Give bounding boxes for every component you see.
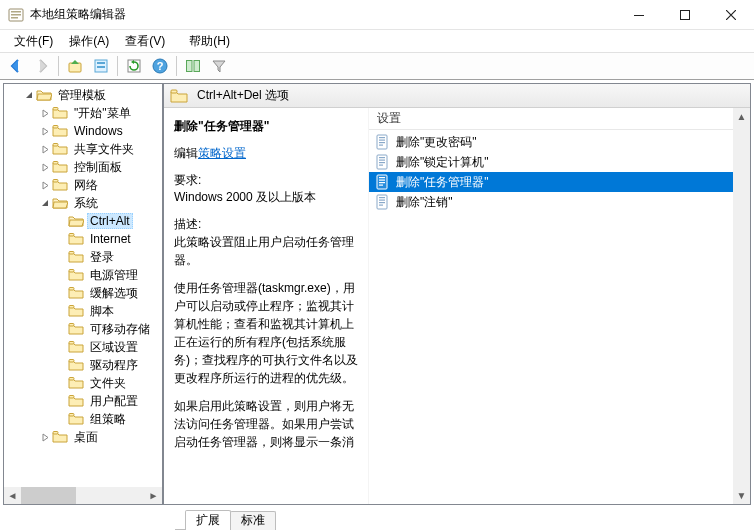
svg-rect-16 xyxy=(53,126,58,129)
settings-list: 设置 删除"更改密码"删除"锁定计算机"删除"任务管理器"删除"注销" xyxy=(369,108,733,504)
tree-node[interactable]: 控制面板 xyxy=(4,158,162,176)
svg-rect-44 xyxy=(379,177,385,178)
path-header: Ctrl+Alt+Del 选项 xyxy=(164,84,750,108)
up-button[interactable] xyxy=(63,54,87,78)
filter-button[interactable] xyxy=(207,54,231,78)
edit-prefix: 编辑 xyxy=(174,146,198,160)
scroll-left-icon[interactable]: ◄ xyxy=(4,487,21,504)
description-label: 描述: xyxy=(174,216,358,233)
folder-icon xyxy=(68,358,84,372)
maximize-button[interactable] xyxy=(662,0,708,30)
requirements-value: Windows 2000 及以上版本 xyxy=(174,189,358,206)
settings-row-label: 删除"任务管理器" xyxy=(396,174,489,191)
svg-rect-24 xyxy=(69,306,74,309)
tab-extended[interactable]: 扩展 xyxy=(185,510,231,530)
tree-node-label: 可移动存储 xyxy=(87,320,153,339)
chevron-right-icon[interactable] xyxy=(38,124,52,138)
show-hide-button[interactable] xyxy=(181,54,205,78)
requirements-label: 要求: xyxy=(174,172,358,189)
chevron-right-icon[interactable] xyxy=(38,178,52,192)
tree-node-label: 文件夹 xyxy=(87,374,129,393)
svg-rect-34 xyxy=(379,137,385,138)
list-vertical-scrollbar[interactable]: ▲ ▼ xyxy=(733,108,750,504)
svg-rect-39 xyxy=(379,157,385,158)
settings-row-label: 删除"更改密码" xyxy=(396,134,477,151)
tree-node[interactable]: 桌面 xyxy=(4,428,162,446)
svg-rect-3 xyxy=(11,17,18,19)
scroll-right-icon[interactable]: ► xyxy=(145,487,162,504)
tree-node[interactable]: 登录 xyxy=(4,248,162,266)
settings-row[interactable]: 删除"锁定计算机" xyxy=(369,152,733,172)
tree-node[interactable]: Internet xyxy=(4,230,162,248)
scrollbar-thumb[interactable] xyxy=(21,487,76,504)
tree-node-label: 桌面 xyxy=(71,428,101,447)
svg-rect-52 xyxy=(379,205,383,206)
settings-row[interactable]: 删除"更改密码" xyxy=(369,132,733,152)
tree-node[interactable]: 组策略 xyxy=(4,410,162,428)
description-block: 描述: 此策略设置阻止用户启动任务管理器。 使用任务管理器(taskmgr.ex… xyxy=(174,216,358,451)
chevron-right-icon[interactable] xyxy=(38,160,52,174)
tree-node-label: Internet xyxy=(87,231,134,247)
description-p2: 使用任务管理器(taskmgr.exe)，用户可以启动或停止程序；监视其计算机性… xyxy=(174,279,358,387)
description-p1: 此策略设置阻止用户启动任务管理器。 xyxy=(174,233,358,269)
tree-node[interactable]: 网络 xyxy=(4,176,162,194)
tree-node[interactable]: 区域设置 xyxy=(4,338,162,356)
tree-node-label: 控制面板 xyxy=(71,158,125,177)
folder-icon xyxy=(52,142,68,156)
scroll-up-icon[interactable]: ▲ xyxy=(733,108,750,125)
tree-node[interactable]: 用户配置 xyxy=(4,392,162,410)
minimize-button[interactable] xyxy=(616,0,662,30)
tree-node[interactable]: 脚本 xyxy=(4,302,162,320)
folder-icon xyxy=(68,304,84,318)
refresh-button[interactable] xyxy=(122,54,146,78)
tree-node[interactable]: 共享文件夹 xyxy=(4,140,162,158)
tree-node-label: 共享文件夹 xyxy=(71,140,137,159)
chevron-right-icon[interactable] xyxy=(38,106,52,120)
policy-icon xyxy=(375,194,391,210)
back-button[interactable] xyxy=(4,54,28,78)
edit-policy-link[interactable]: 策略设置 xyxy=(198,146,246,160)
close-button[interactable] xyxy=(708,0,754,30)
menu-view[interactable]: 查看(V) xyxy=(117,31,173,52)
tree-pane: 管理模板"开始"菜单Windows共享文件夹控制面板网络系统Ctrl+AltIn… xyxy=(3,83,163,505)
chevron-right-icon[interactable] xyxy=(38,430,52,444)
tree-node[interactable]: "开始"菜单 xyxy=(4,104,162,122)
tree-horizontal-scrollbar[interactable]: ◄ ► xyxy=(4,487,162,504)
forward-button[interactable] xyxy=(30,54,54,78)
svg-rect-49 xyxy=(379,197,385,198)
svg-rect-19 xyxy=(53,180,58,183)
settings-row[interactable]: 删除"注销" xyxy=(369,192,733,212)
tree-node[interactable]: 缓解选项 xyxy=(4,284,162,302)
policy-title: 删除"任务管理器" xyxy=(174,118,358,135)
settings-column-header[interactable]: 设置 xyxy=(369,108,733,130)
tree-node-label: 网络 xyxy=(71,176,101,195)
tree-node[interactable]: 可移动存储 xyxy=(4,320,162,338)
tree-node[interactable]: 电源管理 xyxy=(4,266,162,284)
tree-node[interactable]: 系统 xyxy=(4,194,162,212)
tree-node[interactable]: 管理模板 xyxy=(4,86,162,104)
title-bar: 本地组策略编辑器 xyxy=(0,0,754,30)
menu-action[interactable]: 操作(A) xyxy=(61,31,117,52)
path-title: Ctrl+Alt+Del 选项 xyxy=(197,87,289,104)
tree-node[interactable]: 文件夹 xyxy=(4,374,162,392)
tree-node[interactable]: 驱动程序 xyxy=(4,356,162,374)
tree-node[interactable]: Windows xyxy=(4,122,162,140)
help-button[interactable]: ? xyxy=(148,54,172,78)
folder-icon xyxy=(68,268,84,282)
svg-rect-1 xyxy=(11,11,21,13)
tree-node[interactable]: Ctrl+Alt xyxy=(4,212,162,230)
menu-file[interactable]: 文件(F) xyxy=(6,31,61,52)
app-icon xyxy=(8,7,24,23)
folder-icon xyxy=(52,106,68,120)
tab-standard[interactable]: 标准 xyxy=(230,511,276,530)
menu-help[interactable]: 帮助(H) xyxy=(181,31,238,52)
chevron-right-icon[interactable] xyxy=(38,142,52,156)
svg-rect-26 xyxy=(69,342,74,345)
chevron-down-icon[interactable] xyxy=(38,196,52,210)
details-pane: Ctrl+Alt+Del 选项 删除"任务管理器" 编辑策略设置 要求: Win… xyxy=(163,83,751,505)
properties-button[interactable] xyxy=(89,54,113,78)
settings-row[interactable]: 删除"任务管理器" xyxy=(369,172,733,192)
scroll-down-icon[interactable]: ▼ xyxy=(733,487,750,504)
tree-node-label: 脚本 xyxy=(87,302,117,321)
chevron-down-icon[interactable] xyxy=(22,88,36,102)
